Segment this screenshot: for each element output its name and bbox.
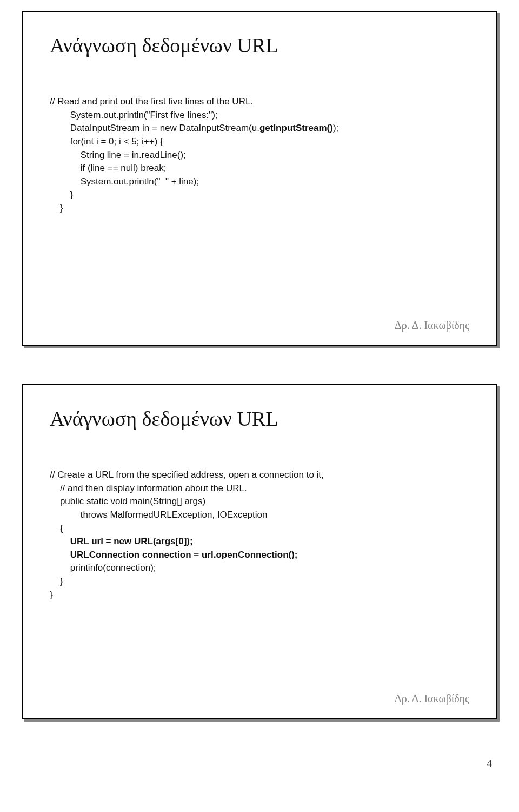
page-number: 4 <box>22 757 497 770</box>
code-bold: URLConnection connection = url.openConne… <box>50 550 298 560</box>
code-line: System.out.println(" " + line); <box>50 176 199 187</box>
code-block: // Create a URL from the specified addre… <box>50 468 469 602</box>
code-line: } <box>50 590 53 600</box>
code-line: } <box>50 189 73 200</box>
slide-footer: Δρ. Δ. Ιακωβίδης <box>395 692 469 705</box>
code-bold: URL url = new URL(args[0]); <box>50 536 193 546</box>
code-line: String line = in.readLine(); <box>50 150 186 160</box>
slide-1: Ανάγνωση δεδομένων URL // Read and print… <box>22 11 497 346</box>
code-line: } <box>50 576 63 586</box>
slide-footer: Δρ. Δ. Ιακωβίδης <box>395 319 469 332</box>
slide-title: Ανάγνωση δεδομένων URL <box>50 407 469 431</box>
code-line: printinfo(connection); <box>50 563 156 573</box>
code-line: ); <box>333 123 338 133</box>
code-line: throws MalformedURLException, IOExceptio… <box>50 510 268 520</box>
code-line: DataInputStream in = new DataInputStream… <box>50 123 260 133</box>
slide-title: Ανάγνωση δεδομένων URL <box>50 34 469 57</box>
code-comment: // Read and print out the first five lin… <box>50 96 253 107</box>
code-line: System.out.println("First five lines:"); <box>50 110 218 120</box>
slide-2: Ανάγνωση δεδομένων URL // Create a URL f… <box>22 384 497 719</box>
code-line: } <box>50 203 63 213</box>
code-line: { <box>50 523 63 533</box>
code-bold: getInputStream() <box>260 123 333 133</box>
code-line: public static void main(String[] args) <box>50 496 205 506</box>
code-line: for(int i = 0; i < 5; i++) { <box>50 136 163 147</box>
code-comment: // Create a URL from the specified addre… <box>50 470 324 480</box>
code-line: if (line == null) break; <box>50 163 166 173</box>
code-block: // Read and print out the first five lin… <box>50 95 469 215</box>
code-comment: // and then display information about th… <box>50 483 247 493</box>
